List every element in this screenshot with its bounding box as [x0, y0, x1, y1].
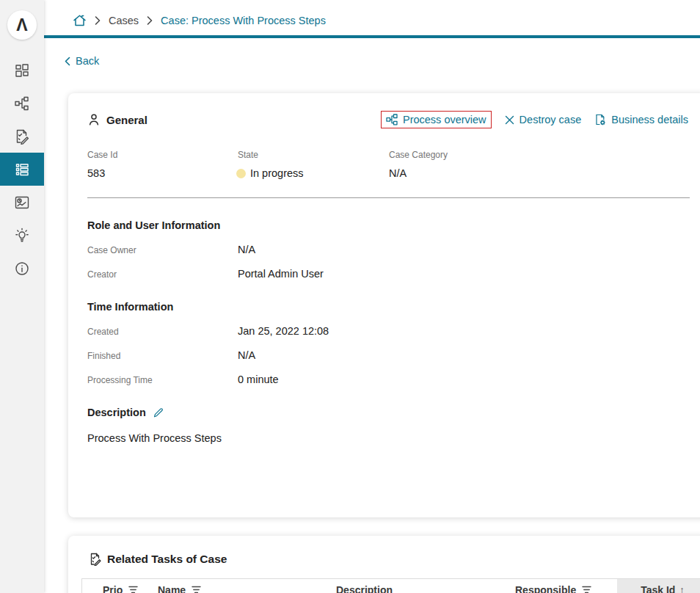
general-card-header: General Process overview Des [87, 111, 690, 128]
case-owner-row: Case Owner N/A [87, 244, 690, 255]
app-root: Λ [0, 0, 700, 593]
lightbulb-icon [14, 228, 30, 244]
destroy-case-label: Destroy case [519, 114, 582, 125]
main-content: Cases Case: Process With Process Steps B… [44, 0, 700, 593]
task-id-header-label: Task Id [641, 584, 675, 593]
case-category-label: Case Category [389, 150, 690, 160]
sidebar-item-statistics[interactable] [0, 186, 44, 219]
description-header-label: Description [336, 584, 393, 593]
logo-glyph: Λ [16, 15, 27, 35]
processing-time-value: 0 minute [238, 374, 279, 385]
column-header-description[interactable]: Description [327, 579, 507, 593]
case-owner-label: Case Owner [87, 245, 238, 255]
document-gear-icon [594, 114, 606, 125]
general-card: General Process overview Des [68, 93, 700, 517]
related-tasks-table-header: Prio Name Description Responsible Task I… [81, 578, 700, 593]
chevron-left-icon [65, 57, 70, 66]
prio-header-label: Prio [103, 584, 123, 593]
case-id-field: Case Id 583 [87, 150, 238, 179]
section-divider [87, 197, 690, 198]
destroy-case-button[interactable]: Destroy case [505, 114, 582, 125]
description-value: Process With Process Steps [87, 432, 690, 444]
state-dot [236, 169, 246, 178]
breadcrumb-cases-link[interactable]: Cases [109, 15, 139, 26]
created-value: Jan 25, 2022 12:08 [238, 325, 329, 337]
sidebar-item-about[interactable] [0, 252, 44, 285]
case-id-value: 583 [87, 167, 238, 179]
created-row: Created Jan 25, 2022 12:08 [87, 325, 690, 337]
related-tasks-title: Related Tasks of Case [89, 553, 688, 566]
sidebar-item-processes[interactable] [0, 87, 44, 120]
process-overview-label: Process overview [403, 114, 486, 125]
role-section-title: Role and User Information [87, 219, 690, 231]
dashboard-icon [14, 62, 30, 79]
cases-icon [14, 161, 30, 178]
description-section-title: Description [87, 407, 690, 418]
sort-ascending-icon[interactable]: ↑ [679, 584, 685, 593]
general-card-title: General [87, 113, 147, 126]
sidebar-nav [0, 54, 44, 285]
processing-time-row: Processing Time 0 minute [87, 374, 690, 385]
home-icon [73, 14, 87, 27]
finished-row: Finished N/A [87, 349, 690, 361]
created-label: Created [87, 327, 238, 337]
process-overview-icon [386, 114, 398, 125]
task-document-icon [89, 553, 102, 566]
finished-value: N/A [238, 349, 255, 361]
info-icon [14, 261, 30, 277]
sidebar-item-ideas[interactable] [0, 219, 44, 252]
breadcrumb-home-link[interactable] [73, 14, 87, 27]
finished-label: Finished [87, 351, 238, 361]
column-header-task-id[interactable]: Task Id ↑ [617, 579, 700, 593]
column-header-responsible[interactable]: Responsible [507, 579, 617, 593]
chevron-right-icon [147, 16, 153, 25]
case-category-value: N/A [389, 167, 690, 179]
chevron-right-icon [95, 16, 101, 25]
state-field: State In progress [238, 150, 389, 179]
sidebar-item-tasks[interactable] [0, 120, 44, 153]
description-title-text: Description [87, 407, 146, 418]
time-section-title: Time Information [87, 301, 690, 313]
processing-time-label: Processing Time [87, 375, 238, 385]
back-label: Back [76, 55, 99, 67]
topbar: Cases Case: Process With Process Steps [44, 0, 700, 35]
creator-label: Creator [87, 269, 238, 280]
state-text: In progress [250, 167, 304, 179]
name-header-label: Name [158, 584, 186, 593]
edit-pencil-icon[interactable] [153, 407, 164, 418]
filter-icon[interactable] [192, 586, 201, 593]
creator-value: Portal Admin User [238, 268, 324, 280]
filter-icon[interactable] [128, 586, 138, 593]
filter-icon[interactable] [582, 586, 591, 593]
statistics-icon [14, 194, 30, 211]
processes-icon [14, 95, 30, 112]
sidebar: Λ [0, 0, 44, 593]
sidebar-item-dashboard[interactable] [0, 54, 44, 87]
person-icon [87, 113, 101, 126]
back-button[interactable]: Back [65, 55, 99, 67]
case-actions: Process overview Destroy case [381, 111, 688, 128]
tasks-icon [14, 128, 30, 145]
column-header-name[interactable]: Name [149, 579, 327, 593]
creator-row: Creator Portal Admin User [87, 268, 690, 280]
related-tasks-card: Related Tasks of Case Prio Name Descript… [68, 536, 700, 593]
responsible-header-label: Responsible [515, 584, 576, 593]
state-label: State [238, 150, 389, 160]
case-summary: Case Id 583 State In progress Case Categ… [87, 150, 690, 179]
case-owner-value: N/A [238, 244, 255, 255]
column-header-prio[interactable]: Prio [82, 579, 149, 593]
business-details-button[interactable]: Business details [594, 114, 688, 125]
general-title-text: General [106, 114, 147, 126]
accent-bar [44, 35, 700, 38]
close-icon [505, 115, 514, 125]
app-logo[interactable]: Λ [7, 10, 37, 40]
sidebar-item-cases[interactable] [0, 153, 44, 186]
process-overview-button[interactable]: Process overview [381, 111, 492, 128]
business-details-label: Business details [611, 114, 688, 125]
related-tasks-title-text: Related Tasks of Case [107, 553, 227, 566]
case-category-field: Case Category N/A [389, 150, 690, 179]
state-value: In progress [238, 167, 389, 179]
breadcrumb-current: Case: Process With Process Steps [161, 15, 326, 26]
case-id-label: Case Id [87, 150, 238, 160]
breadcrumb: Cases Case: Process With Process Steps [73, 14, 326, 27]
